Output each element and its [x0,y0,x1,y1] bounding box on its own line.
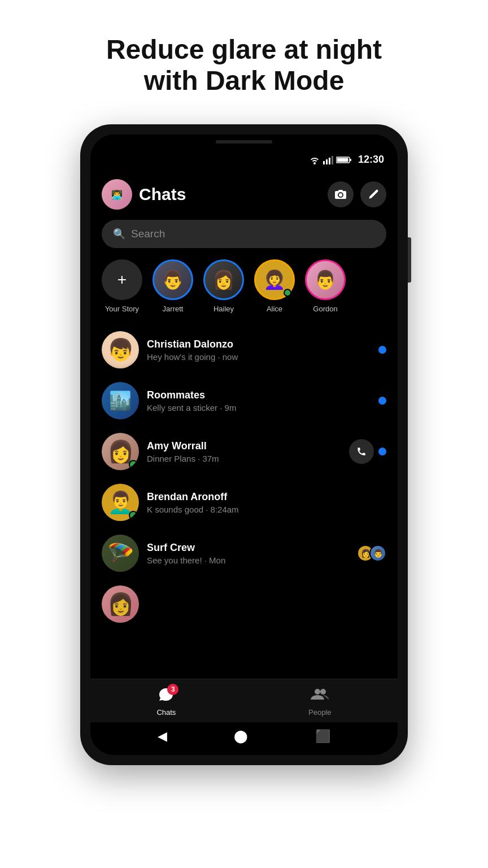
chats-nav-icon: 3 [158,687,174,706]
alice-online-dot [284,289,291,297]
group-avatars-surfcrew: 👩 👨 [357,545,386,562]
unread-dot-roommates [378,397,386,405]
user-avatar[interactable]: 👨‍💻 [102,179,132,210]
story-avatar-jarrett: 👨 [152,259,193,300]
compose-button[interactable] [360,181,386,207]
avatar-brendan: 👨‍🦱 [102,484,139,521]
chat-info-brendan: Brendan Aronoff K sounds good · 8:24am [147,491,378,514]
people-nav-icon [311,687,329,706]
chats-title: Chats [139,185,321,204]
chat-list: 👦 Christian Dalonzo Hey how's it going ·… [90,324,398,630]
svg-rect-3 [332,156,333,164]
app-header: 👨‍💻 Chats [90,170,398,216]
avatar-amy: 👩 [102,433,139,470]
amy-online-dot [129,460,138,469]
wifi-icon [309,155,320,164]
phone-top [90,134,398,147]
camera-icon [334,189,347,200]
chat-item-amy[interactable]: 👩 Amy Worrall Dinner Plans · 37m [90,426,398,477]
back-button[interactable]: ◀ [158,729,167,744]
chat-info-christian: Christian Dalonzo Hey how's it going · n… [147,338,371,362]
story-label-your-story: Your Story [105,305,139,313]
side-button [408,237,411,283]
avatar-surfcrew: 🪂 [102,535,139,572]
chat-name-brendan: Brendan Aronoff [147,491,378,503]
chat-name-surfcrew: Surf Crew [147,542,349,554]
story-item-your-story[interactable]: + Your Story [102,259,142,313]
chat-preview-roommates: Kelly sent a sticker · 9m [147,403,371,413]
home-button[interactable]: ⬤ [234,729,248,744]
chats-nav-label: Chats [156,708,176,717]
svg-rect-2 [329,158,330,164]
chat-item-roommates[interactable]: 🏙️ Roommates Kelly sent a sticker · 9m [90,375,398,426]
user-avatar-image: 👨‍💻 [111,189,123,200]
search-bar[interactable]: 🔍 Search [102,220,386,248]
unread-dot-christian [378,346,386,354]
story-label-alice: Alice [267,305,282,313]
chat-name-amy: Amy Worrall [147,440,341,452]
chat-name-christian: Christian Dalonzo [147,338,371,350]
chat-item-christian[interactable]: 👦 Christian Dalonzo Hey how's it going ·… [90,324,398,375]
story-avatar-hailey: 👩 [203,259,244,300]
phone-frame: 12:30 👨‍💻 Chats [80,124,408,765]
add-story-avatar: + [102,259,142,300]
chat-preview-christian: Hey how's it going · now [147,352,371,362]
svg-rect-5 [350,159,351,161]
bottom-nav: 3 Chats People [90,679,398,722]
search-placeholder: Search [131,228,165,240]
page-headline: Reduce glare at night with Dark Mode [106,34,382,96]
call-button-amy[interactable] [349,439,374,464]
status-bar: 12:30 [90,147,398,170]
chat-info-roommates: Roommates Kelly sent a sticker · 9m [147,389,371,413]
headline-line2: with Dark Mode [144,66,345,96]
story-avatar-gordon: 👨 [305,259,346,300]
chat-item-partial[interactable]: 👩 [90,579,398,630]
recent-apps-button[interactable]: ⬛ [315,729,330,744]
chat-item-brendan[interactable]: 👨‍🦱 Brendan Aronoff K sounds good · 8:24… [90,477,398,528]
nav-chats[interactable]: 3 Chats [156,687,176,717]
svg-point-7 [315,689,320,695]
chat-name-roommates: Roommates [147,389,371,401]
nav-people[interactable]: People [308,687,331,717]
status-time: 12:30 [358,154,384,166]
app-content: 👨‍💻 Chats 🔍 Search [90,170,398,679]
story-item-alice[interactable]: 👩‍🦱 Alice [254,259,295,313]
chat-meta-roommates [378,397,386,405]
chat-item-surfcrew[interactable]: 🪂 Surf Crew See you there! · Mon 👩 👨 [90,528,398,579]
svg-rect-0 [323,161,325,164]
avatar-roommates: 🏙️ [102,382,139,419]
avatar-christian: 👦 [102,331,139,368]
edit-icon [368,189,379,200]
unread-dot-amy [378,448,386,455]
story-item-gordon[interactable]: 👨 Gordon [305,259,346,313]
story-label-hailey: Hailey [213,305,234,313]
chats-badge: 3 [167,684,178,695]
story-label-jarrett: Jarrett [163,305,184,313]
svg-rect-1 [326,159,328,164]
speaker-grille [216,140,272,144]
system-nav: ◀ ⬤ ⬛ [90,722,398,755]
phone-icon [356,446,367,457]
story-label-gordon: Gordon [313,305,337,313]
status-icons: 12:30 [309,154,384,166]
chat-preview-brendan: K sounds good · 8:24am [147,505,378,514]
story-item-jarrett[interactable]: 👨 Jarrett [152,259,193,313]
chat-info-amy: Amy Worrall Dinner Plans · 37m [147,440,341,463]
chat-meta-surfcrew: 👩 👨 [357,545,386,562]
stories-row: + Your Story 👨 Jarrett 👩 Hailey [90,257,398,324]
headline-line1: Reduce glare at night [106,34,382,64]
battery-icon [336,156,352,164]
brendan-online-dot [129,511,138,520]
chat-preview-amy: Dinner Plans · 37m [147,454,341,463]
svg-rect-6 [337,158,348,162]
chat-meta-christian [378,346,386,354]
svg-point-8 [320,689,326,695]
story-item-hailey[interactable]: 👩 Hailey [203,259,244,313]
story-avatar-alice: 👩‍🦱 [254,259,295,300]
chat-preview-surfcrew: See you there! · Mon [147,555,349,565]
people-icon [311,687,329,702]
chat-meta-amy [349,439,386,464]
chat-info-surfcrew: Surf Crew See you there! · Mon [147,542,349,565]
camera-button[interactable] [328,181,354,207]
signal-icon [323,155,333,164]
